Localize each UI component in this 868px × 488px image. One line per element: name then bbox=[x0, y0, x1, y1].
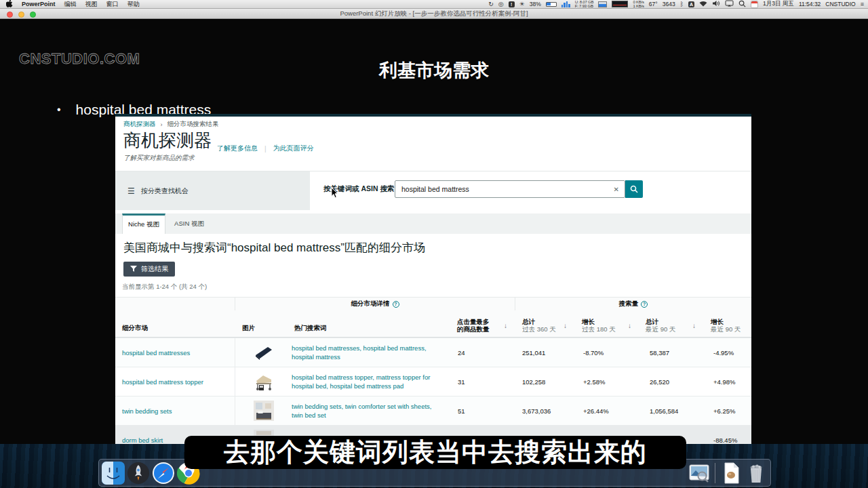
opportunity-explorer-panel: 商机探测器 › 细分市场搜索结果 商机探测器 了解更多信息 | 为此页面评分 了… bbox=[115, 114, 751, 444]
notification-center-icon[interactable]: ≡ bbox=[861, 0, 864, 9]
network-graph-icon[interactable] bbox=[612, 1, 628, 7]
hamburger-menu-icon: ☰ bbox=[127, 186, 135, 196]
result-count-text: 当前显示第 1-24 个 (共 24 个) bbox=[122, 283, 207, 291]
sort-descending-icon[interactable]: ↓ bbox=[504, 322, 507, 329]
fan-speed-readout[interactable]: 3643 bbox=[663, 1, 675, 7]
search-icon bbox=[630, 185, 638, 193]
slide-canvas: CNSTUDIO.COM 利基市场需求 • hospital bed mattr… bbox=[0, 19, 868, 444]
launchpad-dock-icon[interactable] bbox=[127, 462, 150, 485]
table-row[interactable]: hospital bed mattresses hospital bed mat… bbox=[115, 338, 751, 367]
menubar-date[interactable]: 1月3日 周五 bbox=[763, 0, 794, 8]
filter-results-button[interactable]: 筛选结果 bbox=[123, 262, 175, 277]
document-dock-icon[interactable] bbox=[719, 462, 743, 485]
slide-title: 利基市场需求 bbox=[379, 58, 489, 83]
network-readout[interactable]: 0 KB/s1 KB/s bbox=[633, 0, 644, 9]
menu-bar: PowerPoint 编辑 视图 窗口 帮助 ↻ ◎ ! ☀ 38% U: 8.… bbox=[0, 0, 868, 9]
total-360-value: 102,258 bbox=[515, 367, 575, 396]
info-icon[interactable]: ? bbox=[641, 301, 648, 308]
browse-categories-button[interactable]: ☰ 按分类查找机会 bbox=[115, 171, 310, 210]
menubar-username[interactable]: CNSTUDIO bbox=[825, 1, 855, 7]
table-row[interactable]: hospital bed mattress topper hospital be… bbox=[115, 367, 751, 396]
bluetooth-icon[interactable]: ᛒ bbox=[680, 0, 684, 9]
subtitle-caption: 去那个关键词列表当中去搜索出来的 bbox=[184, 436, 686, 469]
tab-niche-view[interactable]: Niche 视图 bbox=[122, 214, 165, 234]
info-icon[interactable]: ? bbox=[393, 301, 399, 308]
niche-table: 细分市场详情 ? 搜索量 ? 细分市场 图片 热门搜索词 点击量最多的商品数量 … bbox=[115, 297, 751, 444]
menu-item-help[interactable]: 帮助 bbox=[127, 0, 140, 9]
clear-search-icon[interactable]: ✕ bbox=[614, 181, 619, 198]
rate-page-link[interactable]: 为此页面评分 bbox=[273, 144, 314, 153]
menu-item-edit[interactable]: 编辑 bbox=[64, 0, 77, 9]
browse-categories-label: 按分类查找机会 bbox=[141, 186, 189, 196]
clicked-products-value: 24 bbox=[449, 338, 515, 367]
breadcrumb-root-link[interactable]: 商机探测器 bbox=[123, 120, 156, 129]
airplay-display-icon[interactable] bbox=[725, 0, 734, 8]
group-header-details: 细分市场详情 bbox=[351, 300, 390, 308]
total-90-value: 1,056,584 bbox=[639, 396, 704, 425]
niche-link[interactable]: hospital bed mattress topper bbox=[115, 367, 235, 396]
battery-gauge-icon[interactable] bbox=[546, 2, 557, 7]
top-search-terms-link[interactable]: hospital bed mattresses, hospital bed ma… bbox=[292, 338, 449, 367]
table-row[interactable]: twin bedding sets twin bedding sets, twi… bbox=[115, 396, 751, 425]
menu-item-view[interactable]: 视图 bbox=[85, 0, 98, 9]
menu-item-window[interactable]: 窗口 bbox=[106, 0, 119, 9]
growth-180-value: +2.58% bbox=[575, 367, 639, 396]
clicked-products-value: 31 bbox=[449, 367, 515, 396]
window-title-bar: PowerPoint 幻灯片放映 - [一步一步教你选品可行性分析案例-阿甘] bbox=[0, 9, 868, 19]
sync-status-icon[interactable]: ↻ bbox=[488, 0, 494, 9]
product-image bbox=[254, 401, 274, 421]
memory-gauge-icon[interactable] bbox=[598, 1, 607, 7]
page-title: 商机探测器 bbox=[123, 129, 212, 152]
top-search-terms-link[interactable]: hospital bed mattress topper, mattress t… bbox=[292, 367, 449, 396]
group-header-search-volume: 搜索量 bbox=[619, 300, 639, 308]
alert-status-icon[interactable]: ! bbox=[509, 1, 515, 7]
search-button[interactable] bbox=[625, 180, 643, 198]
spotlight-search-icon[interactable] bbox=[738, 0, 746, 9]
window-title: PowerPoint 幻灯片放映 - [一步一步教你选品可行性分析案例-阿甘] bbox=[340, 9, 528, 18]
link-separator: | bbox=[264, 145, 267, 152]
table-group-header: 细分市场详情 ? 搜索量 ? bbox=[115, 297, 751, 310]
cpu-bars-icon[interactable] bbox=[561, 1, 570, 7]
growth-90-value: -88.45% bbox=[704, 426, 751, 444]
wifi-icon[interactable] bbox=[699, 0, 707, 8]
preview-dock-icon[interactable] bbox=[688, 462, 711, 485]
keyword-search-input[interactable]: hospital bed mattress ✕ bbox=[395, 180, 625, 198]
zoom-window-button[interactable] bbox=[30, 12, 36, 18]
column-header-growth-180: 增长过去 180 天 ↓ bbox=[575, 310, 639, 337]
column-header-growth-90: 增长最近 90 天 bbox=[704, 310, 751, 337]
memory-readout[interactable]: U: 8.07 GBF: 7.93 GB bbox=[575, 0, 594, 9]
total-360-value: 251,041 bbox=[515, 338, 575, 367]
column-header-keywords: 热门搜索词 bbox=[292, 310, 449, 337]
bullet-dot-icon: • bbox=[57, 104, 61, 116]
trash-dock-icon[interactable] bbox=[745, 462, 768, 485]
niche-link[interactable]: twin bedding sets bbox=[115, 396, 235, 425]
filter-results-label: 筛选结果 bbox=[141, 264, 168, 274]
niche-link[interactable]: hospital bed mattresses bbox=[115, 338, 235, 367]
sort-descending-icon[interactable]: ↓ bbox=[628, 322, 631, 329]
dock-separator bbox=[715, 463, 715, 483]
tab-asin-view[interactable]: ASIN 视图 bbox=[166, 214, 212, 234]
learn-more-link[interactable]: 了解更多信息 bbox=[217, 144, 258, 153]
input-method-icon[interactable]: A bbox=[688, 1, 694, 7]
growth-90-value: -4.95% bbox=[704, 338, 751, 367]
battery-percent[interactable]: 38% bbox=[530, 1, 541, 7]
close-window-button[interactable] bbox=[7, 12, 13, 18]
finder-dock-icon[interactable] bbox=[102, 462, 125, 485]
menubar-clock[interactable]: 11:54:32 bbox=[799, 1, 821, 7]
calendar-icon[interactable] bbox=[751, 1, 758, 8]
apple-menu-icon[interactable] bbox=[6, 0, 13, 9]
top-search-terms-link[interactable]: twin bedding sets, twin comforter set wi… bbox=[292, 396, 449, 425]
brightness-icon[interactable]: ☀ bbox=[519, 0, 525, 9]
status-menu-icon[interactable]: ◎ bbox=[498, 0, 504, 9]
sort-descending-icon[interactable]: ↓ bbox=[692, 322, 696, 329]
sort-descending-icon[interactable]: ↓ bbox=[564, 322, 567, 329]
safari-dock-icon[interactable] bbox=[152, 462, 175, 485]
minimize-window-button[interactable] bbox=[18, 12, 24, 18]
table-header-row: 细分市场 图片 热门搜索词 点击量最多的商品数量 ↓ 总计过去 360 天 ↓ … bbox=[115, 310, 751, 338]
temperature-readout[interactable]: 67° bbox=[649, 1, 658, 7]
total-90-value: 26,520 bbox=[639, 367, 704, 396]
menu-item-app[interactable]: PowerPoint bbox=[22, 1, 56, 7]
breadcrumb: 商机探测器 › 细分市场搜索结果 bbox=[123, 120, 219, 129]
volume-icon[interactable] bbox=[712, 0, 720, 8]
column-header-clicked-products: 点击量最多的商品数量 ↓ bbox=[449, 310, 515, 337]
